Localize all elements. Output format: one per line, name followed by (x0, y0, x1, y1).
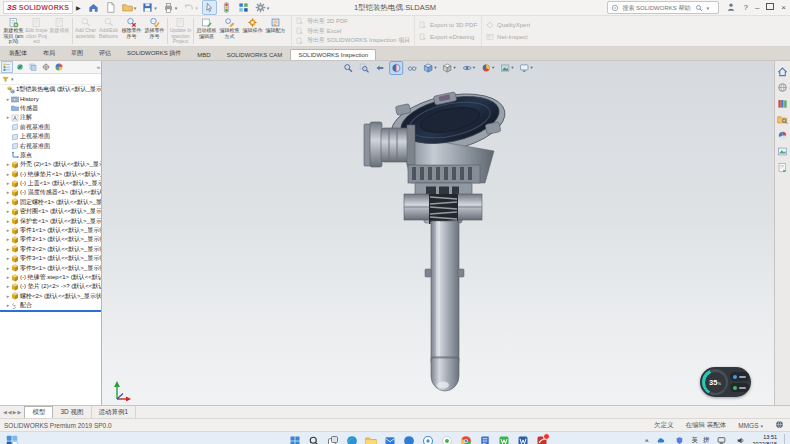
print-button[interactable]: ▾ (161, 0, 180, 15)
model-tab[interactable]: 模型 (24, 406, 53, 418)
tab-评估[interactable]: 评估 (91, 46, 119, 60)
view-palette-tab[interactable] (777, 146, 788, 157)
recorder-button-bottom[interactable] (730, 383, 749, 392)
edit-operations-button[interactable]: 编辑操作 (241, 16, 264, 46)
dimxpert-manager-tab[interactable] (40, 61, 52, 73)
graphics-viewport[interactable]: ▾▾▾▾▾▾ (102, 61, 774, 405)
start-icon[interactable] (288, 434, 302, 444)
feature-manager-tab[interactable] (1, 61, 13, 73)
panel-tabs-more-icon[interactable]: » (97, 64, 100, 70)
add-characteristic-button[interactable]: Add Characteristic (74, 16, 97, 46)
section-view-button[interactable] (389, 61, 403, 75)
export-excel-menu-item[interactable]: 导出至 Excel (296, 27, 410, 36)
panel-splitter[interactable] (0, 310, 101, 312)
ime-mode[interactable]: 拼 (703, 436, 710, 444)
tree-item-part[interactable]: ▸零件5<1> (默认<<默认>_显示状态 1>) (0, 263, 101, 272)
help-search-box[interactable]: ▾ (607, 1, 719, 14)
solidworks-resources-tab[interactable] (777, 82, 788, 93)
edit-appearance-button[interactable]: ▾ (479, 61, 496, 75)
tree-item-part[interactable]: ▸零件2<2> (默认<<默认>_显示状态 1>) (0, 245, 101, 254)
close-button[interactable]: × (781, 4, 786, 12)
add-edit-balloons-button[interactable]: Add/Edit Balloons (97, 16, 120, 46)
volume-icon[interactable] (734, 434, 748, 444)
app-green-icon[interactable] (440, 434, 454, 444)
undo-button[interactable]: ▾ (181, 0, 200, 15)
edit-inspection-methods-button[interactable]: 编辑检查方式 (218, 16, 241, 46)
file-explorer-tab[interactable] (777, 114, 788, 125)
tree-item-part[interactable]: ▸(-) 垫片 (2)<2> ->? (默认<<默认>_显示 (0, 282, 101, 291)
open-document-button[interactable]: ▾ (120, 0, 139, 15)
tree-item-part[interactable]: ▸固定螺栓<1> (默认<<默认>_显示状态 1>) (0, 198, 101, 207)
tab-装配体[interactable]: 装配体 (1, 46, 35, 60)
tree-item-part[interactable]: ▸(-) 温度传感器<1> (默认<<默认>_显示状 (0, 188, 101, 197)
previous-view-button[interactable] (373, 61, 387, 75)
search-caret-icon[interactable]: ▾ (706, 5, 709, 11)
tab-草图[interactable]: 草图 (63, 46, 91, 60)
export-sw-inspection-menu-item[interactable]: 导出至 SOLIDWORKS Inspection 项目 (296, 36, 410, 45)
display-manager-tab[interactable] (53, 61, 65, 73)
search-icon[interactable] (307, 434, 321, 444)
launch-template-editor-button[interactable]: 启动模板编辑器 (195, 16, 218, 46)
tree-item-part[interactable]: ▸保护套<1> (默认<<默认>_显示状态 1>) (0, 216, 101, 225)
restore-button[interactable] (766, 3, 774, 12)
edge-browser-icon[interactable] (345, 434, 359, 444)
zoom-to-area-button[interactable] (357, 61, 371, 75)
solidworks-icon[interactable] (535, 434, 549, 444)
hide-show-items-button[interactable]: ▾ (460, 61, 477, 75)
thermocouple-model[interactable] (102, 61, 774, 405)
home-tab[interactable] (777, 66, 788, 77)
model-tab[interactable]: 3D 视图 (53, 406, 91, 418)
home-button[interactable] (86, 0, 101, 15)
help-button[interactable]: ? (743, 4, 747, 12)
edit-recipe-button[interactable]: 编辑配方 (264, 16, 287, 46)
tree-item-plane[interactable]: 上视基准面 (0, 132, 101, 141)
view-settings-button[interactable]: ▾ (518, 61, 535, 75)
browser-icon[interactable] (459, 434, 473, 444)
tab-布局[interactable]: 布局 (35, 46, 63, 60)
new-document-button[interactable] (103, 0, 118, 15)
net-inspect-menu-item[interactable]: Net-Inspect (486, 33, 530, 41)
security-shield-icon[interactable] (673, 434, 687, 444)
globe-icon[interactable] (775, 420, 784, 430)
show-desktop-button[interactable] (784, 434, 787, 444)
tree-item-part[interactable]: ▸螺栓<2> (默认<<默认>_显示状态 1>) (0, 292, 101, 301)
wps-icon[interactable] (497, 434, 511, 444)
tab-nav-0[interactable]: ◀ (3, 409, 7, 415)
tree-item-mates[interactable]: ▸配合 (0, 301, 101, 310)
display-icon[interactable] (715, 434, 729, 444)
tree-item-part[interactable]: ▸零件1<1> (默认<<默认>_显示状态 1>) (0, 226, 101, 235)
rebuild-button[interactable] (219, 0, 234, 15)
export-2d-pdf-menu-item[interactable]: 导出至 2D PDF (296, 17, 410, 26)
update-inspection-project-button[interactable]: Update Inspection Project (169, 16, 192, 46)
search-icon[interactable] (695, 4, 703, 12)
notebook-app-icon[interactable] (478, 434, 492, 444)
app-blue-icon[interactable] (402, 434, 416, 444)
filter-caret-icon[interactable]: ▾ (11, 76, 14, 82)
tray-expand-chevron[interactable]: ^ (645, 438, 649, 444)
tree-item-part[interactable]: ▸(-) 绝缘垫片<1> (默认<<默认>_显示状态 (0, 170, 101, 179)
new-template-button[interactable]: 新建模板 (48, 16, 71, 46)
tab-solidworks-插件[interactable]: SOLIDWORKS 插件 (119, 46, 189, 60)
settings-button[interactable]: ▾ (253, 0, 272, 15)
tree-item-annotations[interactable]: ▸注解 (0, 113, 101, 122)
apply-scene-button[interactable]: ▾ (498, 61, 515, 75)
tree-filter[interactable]: ▾ (0, 74, 101, 85)
app-light-icon[interactable] (421, 434, 435, 444)
units-selector[interactable]: MMGS▾ (738, 422, 763, 429)
task-view-icon[interactable] (326, 434, 340, 444)
screen-recorder-widget[interactable]: 35% (700, 367, 751, 397)
mail-icon[interactable] (383, 434, 397, 444)
appearances-scenes-tab[interactable] (777, 130, 788, 141)
configuration-manager-tab[interactable] (27, 61, 39, 73)
property-manager-tab[interactable] (14, 61, 26, 73)
export-3d-pdf-menu-item[interactable]: Export to 3D PDF (419, 21, 477, 29)
file-explorer-icon[interactable] (364, 434, 378, 444)
tree-item-part[interactable]: ▸密封圈<1> (默认<<默认>_显示状态 1>) (0, 207, 101, 216)
new-inspection-project-button[interactable]: 新建检查项目 (amp;N) (2, 16, 25, 46)
export-edrawing-menu-item[interactable]: Export eDrawing (419, 33, 477, 41)
minimize-button[interactable]: – (755, 4, 759, 12)
search-input[interactable] (622, 5, 692, 11)
tab-solidworks-inspection[interactable]: SOLIDWORKS Inspection (290, 49, 376, 60)
custom-properties-tab[interactable] (777, 162, 788, 173)
tree-item-plane[interactable]: 右视基准面 (0, 141, 101, 150)
